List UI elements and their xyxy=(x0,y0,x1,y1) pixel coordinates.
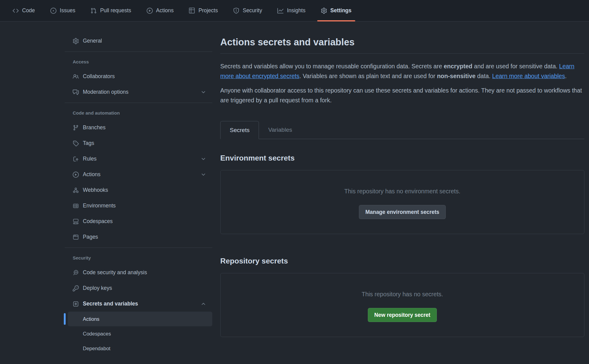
sidebar-item-label: Environments xyxy=(83,203,206,209)
repository-secrets-empty-text: This repository has no secrets. xyxy=(362,291,443,298)
graph-icon xyxy=(277,8,283,14)
nav-tab-pull-requests[interactable]: Pull requests xyxy=(87,0,135,21)
sidebar-item-label: Moderation options xyxy=(83,89,197,95)
sidebar-item-collaborators[interactable]: Collaborators xyxy=(65,69,212,84)
sidebar-item-label: Webhooks xyxy=(83,187,206,193)
nav-tab-label: Insights xyxy=(287,7,305,14)
chevron-up-icon xyxy=(201,301,206,307)
nav-tab-insights[interactable]: Insights xyxy=(274,0,309,21)
sidebar-item-label: Codespaces xyxy=(83,218,206,225)
sidebar-subitem-label: Actions xyxy=(83,316,99,322)
sidebar-item-label: Code security and analysis xyxy=(83,269,206,276)
gear-icon xyxy=(321,8,327,14)
sidebar-item-label: Pages xyxy=(83,234,206,240)
nav-tab-actions[interactable]: Actions xyxy=(143,0,177,21)
sidebar-subitem-label: Dependabot xyxy=(83,346,110,351)
nav-tab-projects[interactable]: Projects xyxy=(185,0,221,21)
nav-tab-settings[interactable]: Settings xyxy=(317,0,355,21)
settings-sidebar: General Access Collaborators Moderation … xyxy=(65,21,212,356)
key-icon xyxy=(73,285,79,291)
sidebar-item-codespaces[interactable]: Codespaces xyxy=(65,214,212,229)
people-icon xyxy=(73,74,79,80)
sidebar-item-label: Rules xyxy=(83,156,197,162)
nav-tab-label: Actions xyxy=(156,7,174,14)
sidebar-item-label: General xyxy=(83,38,206,44)
sidebar-item-branches[interactable]: Branches xyxy=(65,120,212,135)
sidebar-item-moderation-options[interactable]: Moderation options xyxy=(65,84,212,100)
tab-variables[interactable]: Variables xyxy=(259,121,301,139)
repo-nav: Code Issues Pull requests Actions Projec… xyxy=(0,0,589,21)
sidebar-item-label: Actions xyxy=(83,171,197,178)
repository-secrets-heading: Repository secrets xyxy=(220,256,584,266)
sidebar-item-environments[interactable]: Environments xyxy=(65,198,212,214)
shield-icon xyxy=(233,8,239,14)
manage-environment-secrets-button[interactable]: Manage environment secrets xyxy=(359,205,446,219)
sidebar-item-label: Secrets and variables xyxy=(83,301,197,307)
environment-secrets-box: This repository has no environment secre… xyxy=(220,170,584,234)
nav-tab-code[interactable]: Code xyxy=(9,0,39,21)
sidebar-item-rules[interactable]: Rules xyxy=(65,151,212,167)
sidebar-item-label: Collaborators xyxy=(83,73,206,80)
table-icon xyxy=(189,8,195,14)
sidebar-section-code-automation: Code and automation xyxy=(65,103,212,120)
main-content: Actions secrets and variables Secrets an… xyxy=(220,21,584,337)
link-variables[interactable]: Learn more about variables xyxy=(492,73,565,79)
comment-discussion-icon xyxy=(73,89,79,95)
nav-tab-label: Pull requests xyxy=(100,7,131,14)
intro-text-segment: and are used for sensitive data. xyxy=(472,63,559,70)
sidebar-subitem-actions[interactable]: Actions xyxy=(68,312,212,326)
sidebar-item-label: Deploy keys xyxy=(83,285,206,291)
rule-icon xyxy=(73,156,79,162)
nav-tab-security[interactable]: Security xyxy=(229,0,266,21)
intro-paragraph-1: Secrets and variables allow you to manag… xyxy=(220,62,584,81)
chevron-down-icon xyxy=(201,172,206,177)
play-icon xyxy=(147,8,153,14)
chevron-down-icon xyxy=(201,156,206,162)
nav-tab-label: Projects xyxy=(198,7,218,14)
intro-text: Secrets and variables allow you to manag… xyxy=(220,62,584,105)
git-branch-icon xyxy=(73,125,79,131)
tag-icon xyxy=(73,140,79,146)
sidebar-item-pages[interactable]: Pages xyxy=(65,229,212,245)
repository-secrets-box: This repository has no secrets. New repo… xyxy=(220,273,584,337)
nav-tab-label: Settings xyxy=(330,7,352,14)
git-pull-request-icon xyxy=(90,8,97,14)
intro-bold-non-sensitive: non-sensitive xyxy=(437,73,475,79)
intro-text-segment: Secrets and variables allow you to manag… xyxy=(220,63,444,70)
key-asterisk-icon xyxy=(73,301,79,307)
new-repository-secret-button[interactable]: New repository secret xyxy=(368,308,437,322)
gear-icon xyxy=(73,38,79,44)
chevron-down-icon xyxy=(201,89,206,95)
sidebar-item-actions[interactable]: Actions xyxy=(65,167,212,182)
nav-tab-issues[interactable]: Issues xyxy=(47,0,79,21)
intro-paragraph-2: Anyone with collaborator access to this … xyxy=(220,86,584,105)
intro-text-segment: data. xyxy=(475,73,492,79)
environment-secrets-heading: Environment secrets xyxy=(220,153,584,163)
issue-opened-icon xyxy=(50,8,56,14)
nav-tab-label: Security xyxy=(243,7,262,14)
sidebar-subitem-codespaces[interactable]: Codespaces xyxy=(68,326,212,341)
sidebar-item-tags[interactable]: Tags xyxy=(65,135,212,151)
sidebar-item-label: Branches xyxy=(83,124,206,131)
intro-text-segment: . Variables are shown as plain text and … xyxy=(299,73,437,79)
sidebar-item-general[interactable]: General xyxy=(65,33,212,49)
codespaces-icon xyxy=(73,218,79,225)
tab-secrets[interactable]: Secrets xyxy=(220,121,259,139)
intro-bold-encrypted: encrypted xyxy=(444,63,472,70)
intro-text-segment: . xyxy=(565,73,567,79)
sidebar-section-access: Access xyxy=(65,52,212,69)
sidebar-item-code-security[interactable]: Code security and analysis xyxy=(65,265,212,280)
webhook-icon xyxy=(73,187,79,193)
sidebar-subitem-dependabot[interactable]: Dependabot xyxy=(68,341,212,356)
sidebar-item-webhooks[interactable]: Webhooks xyxy=(65,182,212,198)
page-title: Actions secrets and variables xyxy=(220,36,584,48)
nav-tab-label: Code xyxy=(22,7,35,14)
environment-secrets-empty-text: This repository has no environment secre… xyxy=(344,188,460,195)
code-icon xyxy=(13,8,19,14)
server-icon xyxy=(73,203,79,209)
sidebar-section-security: Security xyxy=(65,248,212,265)
secrets-variables-tabnav: Secrets Variables xyxy=(220,121,584,139)
sidebar-item-secrets-and-variables[interactable]: Secrets and variables xyxy=(65,296,212,312)
sidebar-item-deploy-keys[interactable]: Deploy keys xyxy=(65,280,212,296)
title-divider xyxy=(220,53,584,54)
